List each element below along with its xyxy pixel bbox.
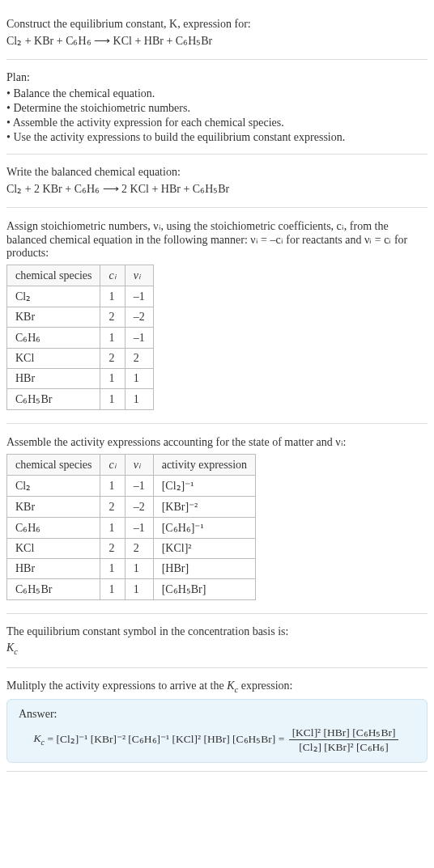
cell-ci: 1	[100, 328, 125, 349]
activity-heading: Assemble the activity expressions accoun…	[6, 435, 428, 449]
table-row: KBr2–2	[7, 307, 154, 328]
intro-section: Construct the equilibrium constant, K, e…	[6, 6, 428, 60]
kc-expression: Kc = [Cl₂]⁻¹ [KBr]⁻² [C₆H₆]⁻¹ [KCl]² [HB…	[19, 726, 415, 754]
vi-label: νᵢ	[134, 459, 141, 471]
table-header-row: chemical species cᵢ νᵢ activity expressi…	[7, 455, 256, 476]
cell-vi: –1	[125, 476, 153, 497]
cell-vi: 1	[125, 389, 153, 410]
cell-activity: [KBr]⁻²	[153, 497, 255, 518]
stoich-section: Assign stoichiometric numbers, νᵢ, using…	[6, 208, 428, 424]
cell-activity: [KCl]²	[153, 539, 255, 559]
table-row: HBr11	[7, 369, 154, 389]
cell-ci: 1	[100, 579, 125, 600]
plan-bullet-2: • Determine the stoichiometric numbers.	[6, 102, 428, 115]
multiply-section: Mulitply the activity expressions to arr…	[6, 668, 428, 772]
cell-species: Cl₂	[7, 286, 100, 307]
cell-ci: 2	[100, 539, 125, 559]
table-row: Cl₂1–1	[7, 286, 154, 307]
cell-vi: –1	[125, 286, 153, 307]
table-row: C₆H₅Br11[C₆H₅Br]	[7, 579, 256, 600]
cell-ci: 1	[100, 559, 125, 579]
cell-species: HBr	[7, 559, 100, 579]
cell-activity: [C₆H₆]⁻¹	[153, 518, 255, 539]
cell-species: Cl₂	[7, 476, 100, 497]
col-species: chemical species	[7, 455, 100, 476]
symbol-section: The equilibrium constant symbol in the c…	[6, 614, 428, 668]
kc-symbol: Kc	[6, 641, 428, 656]
table-row: C₆H₆1–1[C₆H₆]⁻¹	[7, 518, 256, 539]
table-row: KCl22	[7, 349, 154, 369]
plan-heading: Plan:	[6, 71, 428, 84]
table-row: C₆H₅Br11	[7, 389, 154, 410]
cell-vi: –2	[125, 307, 153, 328]
ci-label: cᵢ	[108, 459, 116, 471]
stoich-table: chemical species cᵢ νᵢ Cl₂1–1 KBr2–2 C₆H…	[6, 265, 154, 410]
col-ci: cᵢ	[100, 455, 125, 476]
cell-vi: 2	[125, 349, 153, 369]
cell-species: HBr	[7, 369, 100, 389]
cell-species: C₆H₅Br	[7, 579, 100, 600]
col-vi: νᵢ	[125, 265, 153, 286]
multiply-line: Mulitply the activity expressions to arr…	[6, 680, 428, 694]
intro-equation: Cl₂ + KBr + C₆H₆ ⟶ KCl + HBr + C₆H₅Br	[6, 34, 428, 48]
cell-vi: –1	[125, 328, 153, 349]
cell-vi: –1	[125, 518, 153, 539]
cell-vi: 1	[125, 369, 153, 389]
cell-ci: 1	[100, 476, 125, 497]
answer-label: Answer:	[19, 708, 415, 721]
stoich-text: Assign stoichiometric numbers, νᵢ, using…	[6, 219, 428, 260]
ci-label: cᵢ	[108, 269, 116, 282]
vi-label: νᵢ	[134, 269, 141, 282]
cell-species: C₆H₆	[7, 328, 100, 349]
table-row: C₆H₆1–1	[7, 328, 154, 349]
col-activity: activity expression	[153, 455, 255, 476]
col-ci: cᵢ	[100, 265, 125, 286]
cell-species: KBr	[7, 497, 100, 518]
cell-ci: 1	[100, 389, 125, 410]
cell-ci: 2	[100, 349, 125, 369]
symbol-line: The equilibrium constant symbol in the c…	[6, 625, 428, 638]
cell-vi: –2	[125, 497, 153, 518]
cell-activity: [Cl₂]⁻¹	[153, 476, 255, 497]
plan-bullet-4: • Use the activity expressions to build …	[6, 131, 428, 144]
cell-ci: 1	[100, 518, 125, 539]
cell-species: KBr	[7, 307, 100, 328]
col-species: chemical species	[7, 265, 100, 286]
balanced-section: Write the balanced chemical equation: Cl…	[6, 155, 428, 208]
plan-bullet-3: • Assemble the activity expression for e…	[6, 116, 428, 129]
cell-vi: 1	[125, 559, 153, 579]
col-vi: νᵢ	[125, 455, 153, 476]
kc-fraction: [KCl]² [HBr] [C₆H₅Br] [Cl₂] [KBr]² [C₆H₆…	[289, 726, 399, 754]
kc-numerator: [KCl]² [HBr] [C₆H₅Br]	[289, 726, 399, 740]
cell-ci: 1	[100, 369, 125, 389]
cell-vi: 1	[125, 579, 153, 600]
plan-bullet-1: • Balance the chemical equation.	[6, 87, 428, 100]
table-row: HBr11[HBr]	[7, 559, 256, 579]
table-row: Cl₂1–1[Cl₂]⁻¹	[7, 476, 256, 497]
kc-denominator: [Cl₂] [KBr]² [C₆H₆]	[289, 740, 399, 754]
cell-ci: 1	[100, 286, 125, 307]
activity-table: chemical species cᵢ νᵢ activity expressi…	[6, 454, 256, 600]
table-row: KBr2–2[KBr]⁻²	[7, 497, 256, 518]
cell-activity: [HBr]	[153, 559, 255, 579]
table-row: KCl22[KCl]²	[7, 539, 256, 559]
cell-species: C₆H₆	[7, 518, 100, 539]
cell-vi: 2	[125, 539, 153, 559]
plan-section: Plan: • Balance the chemical equation. •…	[6, 60, 428, 155]
intro-line: Construct the equilibrium constant, K, e…	[6, 18, 428, 31]
answer-box: Answer: Kc = [Cl₂]⁻¹ [KBr]⁻² [C₆H₆]⁻¹ [K…	[6, 699, 428, 763]
balanced-equation: Cl₂ + 2 KBr + C₆H₆ ⟶ 2 KCl + HBr + C₆H₅B…	[6, 182, 428, 196]
table-header-row: chemical species cᵢ νᵢ	[7, 265, 154, 286]
cell-species: C₆H₅Br	[7, 389, 100, 410]
cell-species: KCl	[7, 539, 100, 559]
activity-section: Assemble the activity expressions accoun…	[6, 424, 428, 614]
cell-ci: 2	[100, 307, 125, 328]
multiply-text: Mulitply the activity expressions to arr…	[6, 680, 292, 692]
cell-activity: [C₆H₅Br]	[153, 579, 255, 600]
balanced-heading: Write the balanced chemical equation:	[6, 166, 428, 179]
cell-species: KCl	[7, 349, 100, 369]
cell-ci: 2	[100, 497, 125, 518]
